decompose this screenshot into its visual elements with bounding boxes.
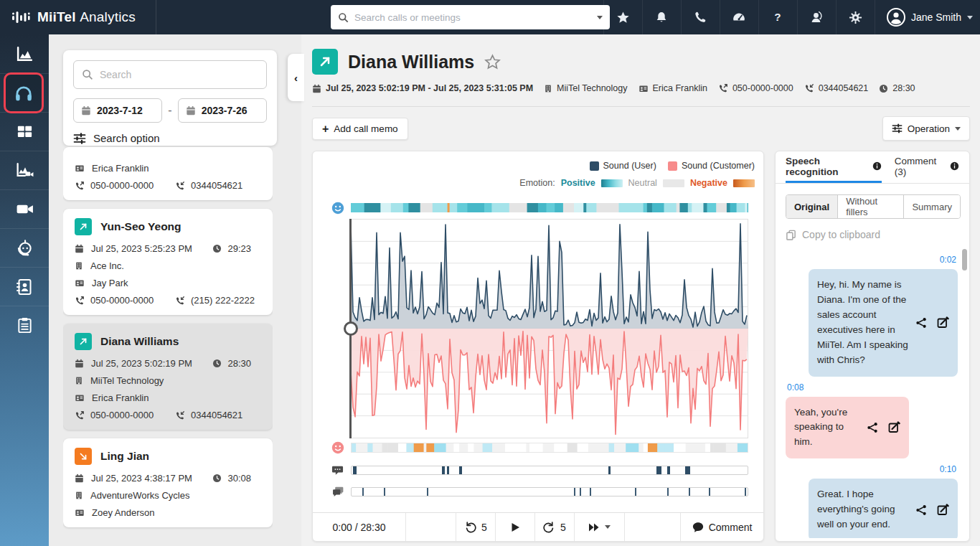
sidebar-item-table[interactable]	[0, 112, 49, 151]
call-item-company: Ace Inc.	[90, 260, 124, 271]
forward-5-button[interactable]: 5	[535, 513, 575, 541]
sidebar-item-analytics[interactable]	[0, 34, 49, 73]
tab-comment[interactable]: Comment (3)	[895, 151, 959, 183]
call-item-company: MiiTel Technology	[90, 375, 164, 386]
call-meta-row: Jul 25, 2023 5:02:19 PM - Jul 25, 2023 5…	[312, 83, 921, 93]
search-option-button[interactable]: Search option	[73, 132, 267, 144]
favorites-star-icon[interactable]	[603, 0, 642, 34]
edit-icon[interactable]	[888, 421, 900, 433]
play-button[interactable]	[496, 513, 535, 541]
tab-speech-recognition[interactable]: Speech recognition	[786, 151, 882, 183]
add-call-memo-button[interactable]: + Add call memo	[312, 118, 408, 140]
list-search-field[interactable]	[73, 60, 267, 89]
customer-emotion-track[interactable]	[351, 443, 748, 453]
call-phone-from: 050-0000-0000	[732, 83, 793, 93]
operation-label: Operation	[908, 123, 950, 134]
call-item-phone-from: 050-0000-0000	[90, 295, 154, 306]
headphones-icon	[14, 83, 34, 103]
edit-icon[interactable]	[937, 316, 949, 329]
global-search-input[interactable]	[354, 12, 591, 23]
call-phone-to: 0344054621	[819, 83, 869, 93]
call-item-phone-to: 0344054621	[191, 180, 242, 191]
share-icon[interactable]	[867, 422, 878, 433]
message-timestamp[interactable]: 0:10	[787, 464, 956, 474]
forward-seconds: 5	[560, 522, 566, 533]
contact-card-icon	[75, 164, 85, 173]
operation-button[interactable]: Operation	[882, 116, 970, 141]
transcript-scrollbar[interactable]	[962, 249, 967, 270]
copy-label: Copy to clipboard	[802, 229, 880, 240]
comment-button[interactable]: Comment	[681, 513, 763, 541]
emotion-label: Emotion:	[519, 178, 555, 188]
date-from-picker[interactable]: 2023-7-12	[73, 98, 162, 123]
settings-gear-icon[interactable]	[836, 0, 875, 34]
panel-collapse-button[interactable]: ‹	[288, 54, 304, 101]
sidebar-item-meeting-analytics[interactable]	[0, 151, 49, 189]
list-search-input[interactable]	[100, 69, 258, 80]
sidebar-item-calls[interactable]	[0, 73, 49, 112]
transcript-text: Yeah, you're speaking to him.	[794, 405, 861, 451]
global-search[interactable]	[331, 5, 610, 29]
inbound-call-badge	[75, 448, 92, 465]
phone-outgoing-icon	[718, 83, 728, 93]
sidebar-item-tasks[interactable]	[0, 306, 49, 344]
robot-headset-icon	[14, 238, 34, 258]
message-timestamp[interactable]: 0:02	[787, 255, 956, 265]
rewind-seconds: 5	[481, 522, 487, 533]
playback-speed-button[interactable]	[575, 513, 625, 541]
analytics-chart-icon	[15, 44, 34, 64]
sound-customer-swatch	[668, 161, 677, 171]
help-icon[interactable]: ?	[758, 0, 797, 34]
notifications-bell-icon[interactable]	[642, 0, 681, 34]
call-item-contact: Erica Franklin	[92, 163, 149, 174]
subtab-without-fillers[interactable]: Without fillers	[838, 195, 904, 218]
comment-marker-track[interactable]	[351, 487, 748, 496]
copy-to-clipboard-button[interactable]: Copy to clipboard	[786, 229, 880, 240]
speed-caret[interactable]	[605, 525, 611, 529]
transcript-text: Great. I hope everything's going well on…	[817, 487, 910, 532]
double-speech-bubble-icon	[331, 486, 344, 499]
subtab-original[interactable]: Original	[786, 195, 838, 218]
favorite-star-icon[interactable]	[484, 54, 501, 70]
waveform-plot[interactable]	[351, 219, 748, 438]
call-list-item[interactable]: Diana WilliamsJul 25, 2023 5:02:19 PM28:…	[63, 324, 273, 430]
call-list-item[interactable]: Erica Franklin050-0000-00000344054621	[63, 147, 273, 200]
playhead-handle[interactable]	[344, 321, 358, 336]
transcript-bubble: Hey, hi. My name is Diana. I'm one of th…	[809, 269, 958, 377]
dashboard-gauge-icon[interactable]	[720, 0, 758, 34]
customer-emotion-smiley-icon	[331, 441, 344, 454]
transcript-text: Hey, hi. My name is Diana. I'm one of th…	[817, 278, 910, 368]
sidebar-item-ai-assistant[interactable]	[0, 228, 49, 267]
table-grid-icon	[16, 123, 34, 141]
phone-incoming-icon	[175, 410, 185, 420]
call-list-item[interactable]: Ling JianJul 25, 2023 4:38:17 PM30:08Adv…	[63, 438, 273, 527]
user-emotion-track[interactable]	[351, 203, 748, 212]
plus-icon: +	[322, 123, 329, 136]
phone-icon[interactable]	[681, 0, 720, 34]
user-speech-marker-track[interactable]	[351, 466, 748, 475]
date-to-picker[interactable]: 2023-7-26	[178, 98, 267, 123]
transcript-messages: 0:02Hey, hi. My name is Diana. I'm one o…	[776, 246, 969, 538]
message-timestamp[interactable]: 0:08	[787, 382, 956, 392]
share-icon[interactable]	[915, 504, 927, 516]
info-icon[interactable]	[950, 161, 959, 171]
date-to-value: 2023-7-26	[202, 105, 248, 116]
support-agent-icon[interactable]	[797, 0, 836, 34]
user-menu[interactable]: Jane Smith	[875, 0, 980, 34]
search-dropdown-caret[interactable]	[597, 16, 603, 19]
rewind-5-button[interactable]: 5	[456, 513, 496, 541]
brand-logo[interactable]: MiiTel Analytics	[0, 0, 156, 34]
subtab-summary[interactable]: Summary	[904, 195, 960, 218]
contact-card-icon	[75, 508, 85, 517]
positive-swatch	[601, 179, 623, 187]
video-camera-icon	[15, 199, 34, 219]
edit-icon[interactable]	[937, 504, 949, 516]
tab-speech-label: Speech recognition	[786, 156, 869, 177]
sidebar-item-video[interactable]	[0, 189, 49, 228]
share-icon[interactable]	[915, 317, 927, 329]
brand-name: MiiTel Analytics	[37, 9, 136, 25]
sidebar-item-contacts[interactable]	[0, 267, 49, 306]
info-icon[interactable]	[872, 161, 882, 171]
call-list-item[interactable]: Yun-Seo YeongJul 25, 2023 5:25:23 PM29:2…	[63, 209, 273, 315]
building-icon	[544, 84, 552, 93]
